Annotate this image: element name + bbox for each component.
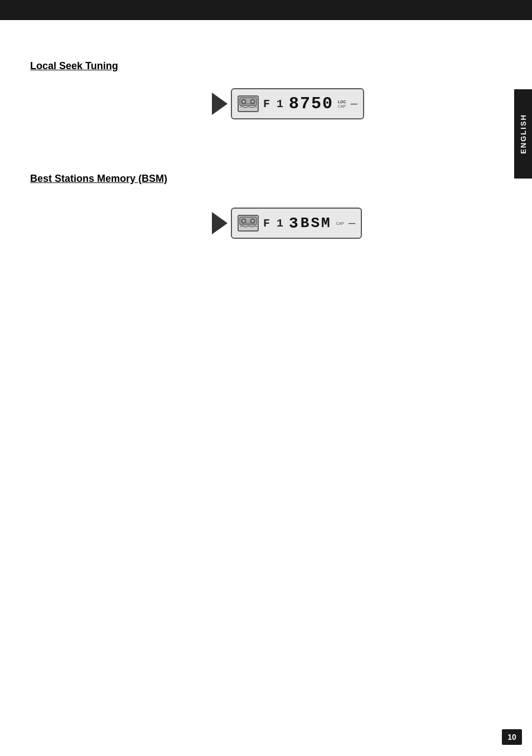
lcd-bsm-text: BSM: [301, 215, 332, 232]
lcd-display-1: F 1 8750 LOC CAP —: [231, 88, 364, 119]
local-seek-display: F 1 8750 LOC CAP —: [212, 88, 364, 119]
cap-indicator: CAP: [338, 104, 346, 108]
tape-icon-1: [238, 94, 259, 114]
lcd-display-2: F 1 3 BSM CAP —: [231, 208, 362, 239]
lcd-preset: 3: [289, 215, 298, 232]
page-number: 10: [502, 729, 522, 745]
bsm-display: F 1 3 BSM CAP —: [212, 208, 362, 239]
cap-indicator-2: CAP: [336, 221, 344, 225]
lcd-end-dash-1: —: [351, 98, 357, 110]
svg-point-10: [243, 220, 245, 222]
english-tab: ENGLISH: [514, 89, 532, 179]
play-arrow-1: [212, 93, 228, 115]
bsm-heading: Best Stations Memory (BSM): [30, 173, 167, 185]
play-arrow-2: [212, 212, 228, 234]
svg-point-5: [252, 101, 254, 103]
local-seek-heading: Local Seek Tuning: [30, 60, 118, 72]
tape-icon-2: [238, 213, 259, 233]
lcd-end-dash-2: —: [349, 217, 355, 230]
svg-point-12: [252, 220, 254, 222]
english-tab-label: ENGLISH: [519, 114, 528, 154]
lcd-band-2: F 1: [263, 217, 283, 230]
loc-indicator: LOC: [338, 100, 346, 104]
lcd-indicators-2: CAP: [336, 221, 344, 225]
top-bar: [0, 0, 532, 20]
lcd-band: F 1: [263, 98, 283, 110]
lcd-frequency: 8750: [289, 94, 333, 113]
svg-point-3: [243, 101, 245, 103]
lcd-indicators-1: LOC CAP: [338, 100, 346, 108]
